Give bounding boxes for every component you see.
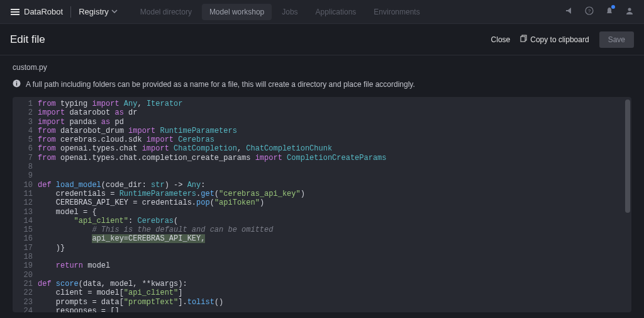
- line-number: 2: [13, 108, 38, 117]
- code-line: 5from cerebras.cloud.sdk import Cerebras: [13, 135, 631, 144]
- code-content[interactable]: [38, 253, 631, 261]
- divider: [70, 6, 71, 18]
- code-content[interactable]: credentials = RuntimeParameters.get("cer…: [38, 190, 631, 198]
- nav-tab-model-workshop[interactable]: Model workshop: [202, 4, 272, 20]
- code-line: 21def score(data, model, **kwargs):: [13, 280, 631, 288]
- copy-to-clipboard-button[interactable]: Copy to clipboard: [520, 35, 589, 44]
- subheader: Edit file Close Copy to clipboard Save: [0, 24, 644, 55]
- nav-tab-environments[interactable]: Environments: [366, 4, 427, 20]
- svg-text:i: i: [16, 81, 18, 87]
- code-line: 20: [13, 271, 631, 280]
- help-icon[interactable]: ?: [585, 6, 594, 18]
- svg-text:?: ?: [588, 8, 591, 14]
- code-content[interactable]: prompts = data["promptText"].tolist(): [38, 298, 631, 307]
- code-line: 4from datarobot_drum import RuntimeParam…: [13, 127, 631, 135]
- top-nav: DataRobot Registry Model directoryModel …: [0, 0, 644, 24]
- code-content[interactable]: "api_client": Cerebras(: [38, 217, 631, 225]
- code-content[interactable]: import pandas as pd: [38, 118, 631, 127]
- code-line: 19 return model: [13, 261, 631, 270]
- close-button[interactable]: Close: [491, 35, 511, 44]
- code-line: 7from openai.types.chat.completion_creat…: [13, 154, 631, 162]
- code-content[interactable]: from datarobot_drum import RuntimeParame…: [38, 127, 631, 135]
- line-number: 10: [13, 181, 38, 190]
- code-content[interactable]: [38, 271, 631, 280]
- code-content[interactable]: from openai.types.chat.completion_create…: [38, 154, 631, 162]
- line-number: 5: [13, 135, 38, 144]
- code-content[interactable]: def score(data, model, **kwargs):: [38, 280, 631, 288]
- chevron-down-icon: [111, 7, 118, 16]
- line-number: 19: [13, 261, 38, 270]
- nav-tab-applications[interactable]: Applications: [308, 4, 364, 20]
- line-number: 14: [13, 217, 38, 225]
- code-content[interactable]: )}: [38, 244, 631, 253]
- filename: custom.py: [13, 63, 631, 72]
- nav-tab-jobs[interactable]: Jobs: [274, 4, 305, 20]
- user-icon[interactable]: [625, 6, 634, 18]
- line-number: 13: [13, 208, 38, 217]
- code-content[interactable]: # This is the default and can be omitted: [38, 225, 631, 234]
- code-content[interactable]: [38, 171, 631, 180]
- code-line: 17 )}: [13, 244, 631, 253]
- code-line: 3import pandas as pd: [13, 118, 631, 127]
- brand-label: DataRobot: [24, 7, 63, 16]
- code-content[interactable]: from openai.types.chat import ChatComple…: [38, 144, 631, 153]
- code-content[interactable]: responses = []: [38, 307, 631, 312]
- nav-tab-model-directory[interactable]: Model directory: [133, 4, 199, 20]
- code-content[interactable]: [38, 162, 631, 171]
- subheader-actions: Close Copy to clipboard Save: [491, 31, 634, 48]
- code-content[interactable]: model = {: [38, 208, 631, 217]
- code-line: 22 client = model["api_client"]: [13, 288, 631, 297]
- code-line: 11 credentials = RuntimeParameters.get("…: [13, 190, 631, 198]
- line-number: 4: [13, 127, 38, 135]
- info-icon: i: [13, 79, 21, 89]
- app-switcher[interactable]: Registry: [79, 7, 118, 16]
- nav-tabs: Model directoryModel workshopJobsApplica…: [133, 4, 428, 20]
- line-number: 21: [13, 280, 38, 288]
- code-content[interactable]: return model: [38, 261, 631, 270]
- scrollbar-thumb[interactable]: [625, 99, 630, 213]
- code-line: 2import datarobot as dr: [13, 108, 631, 117]
- svg-rect-7: [521, 37, 525, 42]
- code-content[interactable]: from typing import Any, Iterator: [38, 99, 631, 108]
- line-number: 12: [13, 198, 38, 207]
- line-number: 16: [13, 234, 38, 243]
- hint-row: i A full path including folders can be p…: [13, 79, 631, 89]
- copy-icon: [520, 35, 528, 44]
- line-number: 20: [13, 271, 38, 280]
- line-number: 6: [13, 144, 38, 153]
- code-line: 14 "api_client": Cerebras(: [13, 217, 631, 225]
- announcement-icon[interactable]: [565, 6, 574, 18]
- bell-icon[interactable]: [605, 6, 614, 18]
- code-content[interactable]: def load_model(code_dir: str) -> Any:: [38, 181, 631, 190]
- code-line: 24 responses = []: [13, 307, 631, 312]
- line-number: 18: [13, 253, 38, 261]
- code-line: 9: [13, 171, 631, 180]
- scrollbar[interactable]: [625, 99, 630, 310]
- code-content[interactable]: api_key=CEREBRAS_API_KEY,: [38, 234, 631, 243]
- save-button[interactable]: Save: [599, 31, 634, 48]
- code-content[interactable]: import datarobot as dr: [38, 108, 631, 117]
- code-editor[interactable]: 1from typing import Any, Iterator2import…: [13, 97, 631, 312]
- line-number: 15: [13, 225, 38, 234]
- code-line: 15 # This is the default and can be omit…: [13, 225, 631, 234]
- page-title: Edit file: [10, 33, 45, 46]
- code-line: 18: [13, 253, 631, 261]
- hint-text: A full path including folders can be pro…: [26, 80, 415, 89]
- code-content[interactable]: client = model["api_client"]: [38, 288, 631, 297]
- code-line: 16 api_key=CEREBRAS_API_KEY,: [13, 234, 631, 243]
- brand[interactable]: DataRobot: [10, 7, 63, 17]
- line-number: 3: [13, 118, 38, 127]
- code-line: 8: [13, 162, 631, 171]
- line-number: 1: [13, 99, 38, 108]
- svg-rect-1: [11, 11, 19, 13]
- code-line: 12 CEREBRAS_API_KEY = credentials.pop("a…: [13, 198, 631, 207]
- code-line: 23 prompts = data["promptText"].tolist(): [13, 298, 631, 307]
- notification-dot: [611, 5, 615, 9]
- code-content[interactable]: CEREBRAS_API_KEY = credentials.pop("apiT…: [38, 198, 631, 207]
- brand-icon: [10, 7, 20, 17]
- line-number: 7: [13, 154, 38, 162]
- code-content[interactable]: from cerebras.cloud.sdk import Cerebras: [38, 135, 631, 144]
- code-line: 1from typing import Any, Iterator: [13, 99, 631, 108]
- code-line: 13 model = {: [13, 208, 631, 217]
- svg-point-5: [628, 8, 631, 11]
